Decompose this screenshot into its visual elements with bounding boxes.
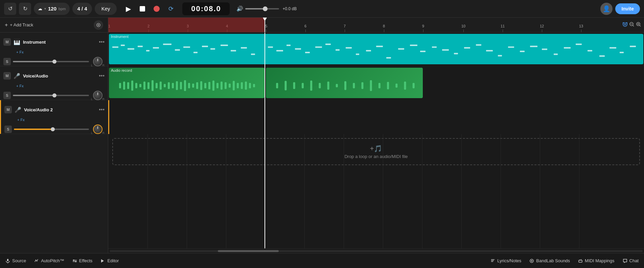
microphone-icon: 🎤 <box>14 73 20 79</box>
svg-rect-55 <box>588 50 592 51</box>
zoom-in-button[interactable] <box>636 22 641 28</box>
svg-rect-15 <box>163 44 171 45</box>
svg-rect-20 <box>210 48 215 49</box>
svg-rect-100 <box>327 82 329 90</box>
voice-audio-2-lane[interactable] <box>108 100 644 134</box>
chat-icon <box>623 259 627 263</box>
magnet-icon <box>622 22 628 27</box>
track-more-button-instrument[interactable]: ••• <box>99 39 105 45</box>
time-signature[interactable]: 4 / 4 <box>72 3 92 15</box>
volume-slider-voice-audio[interactable] <box>13 95 89 96</box>
redo-button[interactable]: ↻ <box>19 3 31 15</box>
undo-button[interactable]: ↺ <box>4 3 16 15</box>
svg-rect-32 <box>336 49 340 51</box>
track-fx-voice-audio-2[interactable]: + Fx <box>17 118 108 122</box>
waveform-2 <box>266 73 423 98</box>
microphone-icon-2: 🎤 <box>15 107 21 113</box>
scrollbar-thumb[interactable] <box>218 250 279 252</box>
solo-button-voice-audio-2[interactable]: S <box>4 126 12 133</box>
audio-clip-2[interactable] <box>266 68 423 98</box>
svg-rect-86 <box>225 82 227 89</box>
svg-point-113 <box>73 260 74 261</box>
key-button[interactable]: Key <box>95 3 117 15</box>
music-note-icon: +🎵 <box>370 144 383 153</box>
mute-button-instrument[interactable]: M <box>3 38 11 46</box>
svg-rect-54 <box>576 44 582 45</box>
editor-icon <box>100 259 105 263</box>
svg-rect-85 <box>221 82 223 90</box>
zoom-out-button[interactable] <box>629 22 635 28</box>
drop-zone[interactable]: +🎵 Drop a loop or an audio/MIDI file <box>112 138 640 165</box>
svg-rect-62 <box>127 82 129 89</box>
loop-region <box>108 18 265 32</box>
svg-rect-95 <box>284 81 286 90</box>
svg-point-116 <box>531 260 532 262</box>
volume-slider-voice-audio-2[interactable] <box>14 129 89 130</box>
stop-button[interactable] <box>136 3 148 15</box>
volume-slider-instrument[interactable] <box>13 61 89 62</box>
midi-icon <box>96 23 101 27</box>
track-fx-voice-audio[interactable]: + Fx <box>16 84 108 88</box>
svg-rect-48 <box>508 46 514 48</box>
autopitch-button[interactable]: AutoPitch™ <box>34 258 64 263</box>
track-fx-instrument[interactable]: + Fx <box>16 50 108 54</box>
ruler-mark-6: 6 <box>304 24 306 32</box>
loop-button[interactable]: ⟳ <box>165 3 177 15</box>
play-button[interactable]: ▶ <box>122 3 134 15</box>
chat-button[interactable]: Chat <box>623 258 639 263</box>
track-name-voice-audio: Voice/Audio <box>23 73 96 79</box>
add-track-button[interactable]: + + Add Track <box>5 22 33 28</box>
svg-rect-72 <box>168 82 170 89</box>
svg-rect-9 <box>112 46 118 48</box>
svg-rect-105 <box>370 80 372 91</box>
effects-button[interactable]: Effects <box>72 258 93 263</box>
snap-magnet-button[interactable] <box>622 22 628 28</box>
editor-button[interactable]: Editor <box>100 258 119 263</box>
svg-rect-31 <box>325 44 331 45</box>
record-button[interactable] <box>151 3 163 15</box>
volume-icon: 🔊 <box>236 5 243 12</box>
midi-mappings-button[interactable]: MIDI Mappings <box>578 258 614 263</box>
avatar-button[interactable]: 👤 <box>600 3 613 15</box>
svg-rect-91 <box>245 82 247 90</box>
scrollbar-track[interactable] <box>110 250 643 252</box>
svg-rect-73 <box>172 83 174 88</box>
midi-connect-button[interactable] <box>94 20 103 30</box>
add-track-bar: + + Add Track <box>0 18 108 32</box>
volume-slider[interactable] <box>245 8 279 9</box>
svg-rect-11 <box>128 48 134 49</box>
bandlab-sounds-button[interactable]: BandLab Sounds <box>529 258 570 263</box>
svg-rect-27 <box>286 45 291 46</box>
solo-button-instrument[interactable]: S <box>3 58 11 65</box>
svg-rect-26 <box>276 50 283 51</box>
drop-zone-container: +🎵 Drop a loop or an audio/MIDI file <box>108 134 644 169</box>
svg-point-1 <box>98 24 99 26</box>
timeline-ruler[interactable]: 1 2 3 4 5 6 7 8 9 10 11 12 13 <box>108 18 617 32</box>
instrument-track-lane[interactable]: Instrument <box>108 32 644 66</box>
waveform-svg-1 <box>109 75 264 96</box>
mute-button-voice-audio-2[interactable]: M <box>4 106 12 113</box>
solo-button-voice-audio[interactable]: S <box>3 92 11 99</box>
effects-icon <box>72 259 77 263</box>
svg-rect-63 <box>131 81 133 91</box>
audio-clip-1[interactable]: Audio record <box>109 68 264 98</box>
instrument-clip[interactable]: Instrument <box>109 34 643 64</box>
source-button[interactable]: Source <box>5 258 26 263</box>
svg-rect-12 <box>138 46 143 47</box>
playhead-ruler <box>264 18 265 32</box>
tempo-dropdown-icon: ▾ <box>44 7 46 10</box>
tracks-content: Instrument <box>108 32 644 248</box>
lyrics-button[interactable]: Lyrics/Notes <box>490 258 521 263</box>
svg-rect-22 <box>231 50 236 51</box>
mute-button-voice-audio[interactable]: M <box>3 72 11 80</box>
waveform-svg-2 <box>266 75 423 96</box>
tempo-value[interactable]: 120 <box>48 6 56 12</box>
audio-track-lane[interactable]: Audio record <box>108 66 644 100</box>
track-more-button-voice-audio-2[interactable]: ••• <box>99 107 105 113</box>
track-more-button-voice-audio[interactable]: ••• <box>99 73 105 79</box>
svg-rect-33 <box>346 47 352 48</box>
svg-rect-41 <box>432 46 437 48</box>
invite-button[interactable]: Invite <box>615 3 640 14</box>
svg-rect-82 <box>208 82 210 89</box>
svg-rect-78 <box>192 84 194 88</box>
